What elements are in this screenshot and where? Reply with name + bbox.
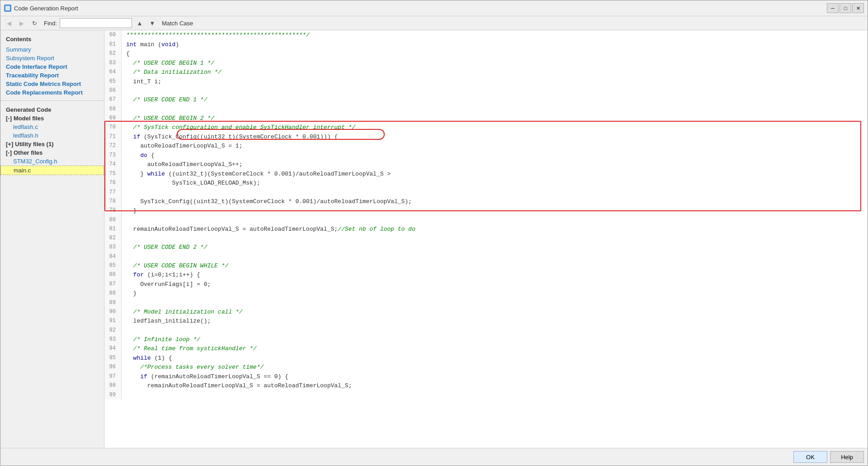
code-line: 68: [104, 105, 868, 114]
contents-title: Contents: [0, 34, 104, 45]
find-label: Find:: [44, 20, 57, 27]
code-line: 79 }: [104, 206, 868, 215]
code-line: 76 SysTick_LOAD_RELOAD_Msk);: [104, 178, 868, 188]
code-line: 95 while (1) {: [104, 353, 868, 363]
code-line: 87 OverrunFlags[i] = 0;: [104, 280, 868, 289]
code-line: 88 }: [104, 289, 868, 298]
other-files-expand: [-]: [6, 149, 12, 156]
sidebar-file-main-c[interactable]: main.c: [0, 166, 104, 175]
sidebar-item-subsystem[interactable]: Subsystem Report: [0, 54, 104, 62]
code-line: 98 remainAutoReloadTimerLoopVal_S = auto…: [104, 381, 868, 390]
title-bar: Code Generation Report ─ □ ✕: [0, 0, 868, 16]
refresh-button[interactable]: ↻: [29, 18, 39, 28]
app-icon: [4, 5, 11, 12]
code-line: 97 if (remainAutoReloadTimerLoopVal_S ==…: [104, 372, 868, 381]
sidebar-item-summary[interactable]: Summary: [0, 45, 104, 54]
sidebar-item-code-interface[interactable]: Code Interface Report: [0, 62, 104, 71]
code-area[interactable]: 60 *************************************…: [104, 30, 868, 448]
code-line: 96 /*Process tasks every solver time*/: [104, 362, 868, 372]
title-bar-controls: ─ □ ✕: [827, 3, 864, 13]
code-line: 72 autoReloadTimerLoopVal_S = 1;: [104, 141, 868, 151]
code-line: 93 /* Infinite loop */: [104, 335, 868, 344]
back-button[interactable]: ◀: [4, 18, 14, 28]
code-line: 63 /* USER CODE BEGIN 1 */: [104, 58, 868, 68]
code-line: 82: [104, 233, 868, 243]
code-line: 61 int main (void): [104, 40, 868, 49]
main-area: Contents Summary Subsystem Report Code I…: [0, 30, 868, 448]
code-line: 92: [104, 326, 868, 335]
help-button[interactable]: Help: [830, 451, 864, 463]
code-line: 64 /* Data initialization */: [104, 67, 868, 77]
close-button[interactable]: ✕: [852, 3, 864, 13]
code-line: 77: [104, 188, 868, 197]
model-files-category: [-] Model files: [0, 114, 104, 123]
code-line: 89: [104, 298, 868, 307]
other-files-label: Other files: [14, 149, 42, 156]
code-line: 86 for (i=0;i<1;i++) {: [104, 270, 868, 280]
code-content: 60 *************************************…: [104, 30, 868, 399]
code-line: 99: [104, 390, 868, 399]
sidebar-item-code-replacements[interactable]: Code Replacements Report: [0, 88, 104, 97]
code-line: 60 *************************************…: [104, 30, 868, 40]
find-input[interactable]: [60, 18, 132, 28]
bottom-bar: OK Help: [0, 448, 868, 466]
code-line: 62 {: [104, 49, 868, 58]
code-line: 70 /* SysTick configuration and enable S…: [104, 123, 868, 132]
utility-files-expand: [+]: [6, 141, 13, 147]
code-line: 73 do {: [104, 151, 868, 160]
title-bar-left: Code Generation Report: [4, 5, 78, 12]
main-window: Code Generation Report ─ □ ✕ ◀ ▶ ↻ Find:…: [0, 0, 868, 466]
minimize-button[interactable]: ─: [827, 3, 839, 13]
sidebar-file-stm32-config[interactable]: STM32_Config.h: [0, 157, 104, 166]
maximize-button[interactable]: □: [840, 3, 851, 13]
utility-files-label: Utility files (1): [15, 141, 53, 147]
sidebar-file-ledflash-c[interactable]: ledflash.c: [0, 123, 104, 131]
code-line: 75 } while ((uint32_t)(SystemCoreClock *…: [104, 169, 868, 179]
match-case-label: Match Case: [162, 20, 193, 27]
code-line: 67 /* USER CODE END 1 */: [104, 95, 868, 105]
nav-up-button[interactable]: ▲: [135, 18, 145, 28]
window-title: Code Generation Report: [14, 5, 78, 12]
code-line: 91 ledflash_initialize();: [104, 316, 868, 326]
code-line: 74 autoReloadTimerLoopVal_S++;: [104, 160, 868, 169]
model-files-label: Model files: [14, 115, 44, 122]
code-line: 81 remainAutoReloadTimerLoopVal_S = auto…: [104, 224, 868, 234]
code-line: 71 if (SysTick_Config((uint32_t)(SystemC…: [104, 132, 868, 142]
sidebar-item-static-metrics[interactable]: Static Code Metrics Report: [0, 80, 104, 88]
model-files-expand: [-]: [6, 115, 12, 122]
code-line: 84: [104, 252, 868, 261]
forward-button[interactable]: ▶: [17, 18, 27, 28]
toolbar: ◀ ▶ ↻ Find: ▲ ▼ Match Case: [0, 16, 868, 30]
sidebar: Contents Summary Subsystem Report Code I…: [0, 30, 104, 448]
sidebar-file-ledflash-h[interactable]: ledflash.h: [0, 131, 104, 140]
code-line: 69 /* USER CODE BEGIN 2 */: [104, 114, 868, 123]
generated-code-title: Generated Code: [0, 105, 104, 114]
ok-button[interactable]: OK: [793, 451, 827, 463]
code-line: 65 int_T i;: [104, 77, 868, 86]
svg-rect-0: [5, 6, 10, 10]
code-line: 66: [104, 86, 868, 95]
code-line: 80: [104, 215, 868, 224]
code-line: 85 /* USER CODE BEGIN WHILE */: [104, 261, 868, 271]
code-line: 83 /* USER CODE END 2 */: [104, 243, 868, 252]
sidebar-divider: [0, 100, 104, 101]
sidebar-item-traceability[interactable]: Traceability Report: [0, 71, 104, 80]
utility-files-category: [+] Utility files (1): [0, 140, 104, 148]
nav-down-button[interactable]: ▼: [147, 18, 157, 28]
code-line: 78 SysTick_Config((uint32_t)(SystemCoreC…: [104, 197, 868, 206]
code-line: 94 /* Real time from systickHandler */: [104, 344, 868, 353]
code-line: 90 /* Model initialization call */: [104, 307, 868, 317]
other-files-category: [-] Other files: [0, 148, 104, 157]
